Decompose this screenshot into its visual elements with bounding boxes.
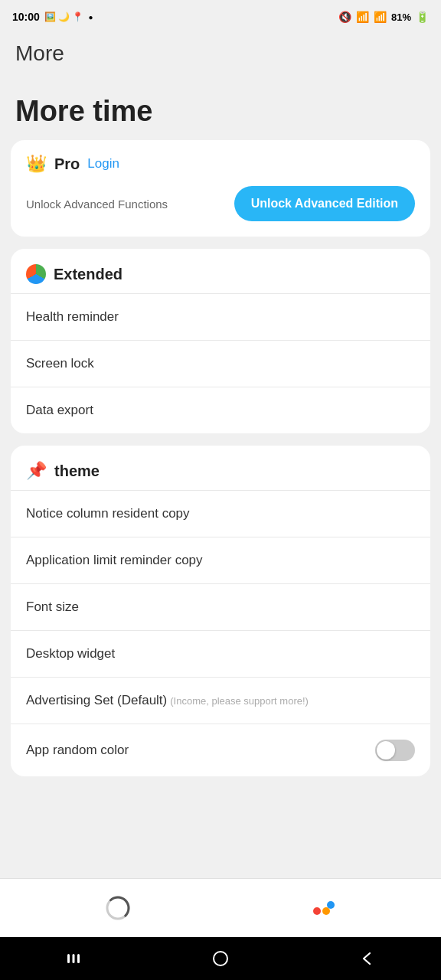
data-export-label: Data export — [26, 403, 93, 418]
extended-icon — [26, 264, 46, 284]
app-random-color-toggle[interactable] — [375, 740, 415, 761]
notice-column-item[interactable]: Notice column resident copy — [11, 490, 430, 537]
notice-column-label: Notice column resident copy — [26, 506, 190, 521]
android-home-button[interactable] — [205, 943, 236, 974]
extended-card: Extended Health reminder Screen lock Dat… — [11, 249, 430, 433]
scroll-content: More time 👑 Pro Login Unlock Advanced Fu… — [0, 72, 441, 878]
app-random-color-item: App random color — [11, 724, 430, 776]
android-nav-bar — [0, 937, 441, 980]
mute-icon: 🔇 — [338, 11, 351, 23]
signal-icon: 📶 — [374, 11, 387, 23]
status-left: 10:00 🖼️ 🌙 📍 ● — [12, 11, 93, 23]
advertising-set-item[interactable]: Advertising Set (Default) (Income, pleas… — [11, 677, 430, 724]
pro-header: 👑 Pro Login — [11, 140, 430, 181]
svg-rect-5 — [67, 954, 70, 963]
stats-icon — [104, 894, 132, 922]
dots-icon — [309, 894, 337, 922]
theme-card: 📌 theme Notice column resident copy Appl… — [11, 446, 430, 776]
login-link[interactable]: Login — [87, 156, 119, 172]
svg-point-4 — [327, 901, 335, 909]
pro-body: Unlock Advanced Functions Unlock Advance… — [11, 181, 430, 237]
time-display: 10:00 — [12, 11, 40, 23]
theme-header: 📌 theme — [11, 446, 430, 490]
svg-rect-7 — [77, 954, 80, 963]
app-random-color-label: App random color — [26, 743, 129, 758]
bottom-nav — [0, 878, 441, 937]
font-size-label: Font size — [26, 599, 79, 615]
theme-icon: 📌 — [26, 461, 47, 481]
theme-label: theme — [54, 462, 100, 480]
battery-label: 81% — [391, 11, 411, 23]
desktop-widget-item[interactable]: Desktop widget — [11, 630, 430, 677]
bottom-nav-more[interactable] — [305, 890, 341, 926]
status-right: 🔇 📶 📶 81% 🔋 — [338, 11, 429, 23]
application-limit-label: Application limit reminder copy — [26, 553, 203, 568]
dot-indicator: ● — [88, 13, 93, 21]
home-icon — [212, 950, 229, 967]
crown-icon: 👑 — [26, 154, 47, 174]
page-title: More — [15, 41, 64, 65]
data-export-item[interactable]: Data export — [11, 387, 430, 433]
main-section-title: More time — [0, 72, 441, 140]
battery-icon: 🔋 — [416, 11, 429, 23]
svg-rect-6 — [73, 954, 75, 963]
advertising-note: (Income, please support more!) — [170, 695, 309, 707]
menu-icon — [66, 951, 81, 966]
application-limit-item[interactable]: Application limit reminder copy — [11, 537, 430, 583]
android-menu-button[interactable] — [58, 943, 89, 974]
notification-icons: 🖼️ 🌙 📍 — [44, 11, 84, 22]
extended-label: Extended — [54, 266, 122, 283]
font-size-item[interactable]: Font size — [11, 583, 430, 630]
page-header: More — [0, 31, 441, 72]
wifi-icon: 📶 — [356, 11, 369, 23]
health-reminder-label: Health reminder — [26, 309, 119, 325]
svg-point-3 — [322, 907, 330, 915]
pro-title: Pro — [54, 155, 80, 173]
advertising-main-label: Advertising Set (Default) — [26, 693, 167, 708]
unlock-advanced-button[interactable]: Unlock Advanced Edition — [234, 186, 415, 221]
screen-lock-item[interactable]: Screen lock — [11, 340, 430, 387]
pro-card: 👑 Pro Login Unlock Advanced Functions Un… — [11, 140, 430, 237]
screen-lock-label: Screen lock — [26, 356, 94, 371]
pro-description: Unlock Advanced Functions — [26, 196, 224, 212]
android-back-button[interactable] — [352, 943, 383, 974]
desktop-widget-label: Desktop widget — [26, 646, 115, 662]
svg-rect-8 — [214, 952, 227, 965]
status-bar: 10:00 🖼️ 🌙 📍 ● 🔇 📶 📶 81% 🔋 — [0, 0, 441, 31]
back-icon — [359, 950, 376, 967]
health-reminder-item[interactable]: Health reminder — [11, 293, 430, 340]
extended-header: Extended — [11, 249, 430, 293]
bottom-nav-stats[interactable] — [100, 890, 136, 926]
svg-point-2 — [313, 907, 321, 915]
advertising-row: Advertising Set (Default) (Income, pleas… — [26, 693, 309, 708]
